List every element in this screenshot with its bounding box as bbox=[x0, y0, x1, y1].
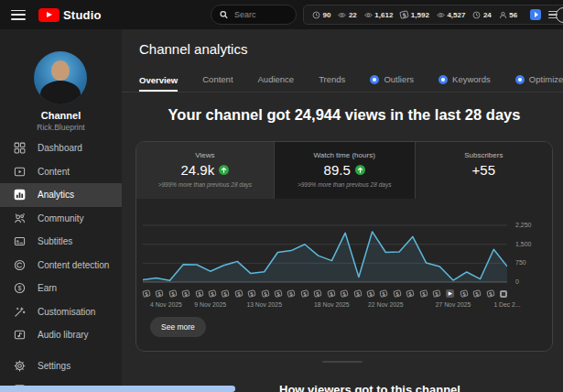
earn-icon: $ bbox=[14, 282, 26, 294]
sidebar-item-community[interactable]: Community bbox=[0, 207, 122, 231]
day-marker-dollar-icon[interactable]: $ bbox=[472, 289, 481, 298]
sidebar-item-content[interactable]: Content bbox=[0, 160, 122, 184]
studio-wordmark: Studio bbox=[63, 8, 102, 22]
topbar-stat-4[interactable]: 4,527 bbox=[437, 11, 466, 19]
day-marker-dollar-icon[interactable]: $ bbox=[380, 289, 388, 298]
trend-up-icon bbox=[355, 165, 365, 175]
metric-card-views[interactable]: Views24.9k>999% more than previous 28 da… bbox=[136, 142, 275, 199]
day-marker-dollar-icon[interactable]: $ bbox=[340, 289, 348, 298]
tab-label: Overview bbox=[139, 75, 178, 85]
page-title: Channel analytics bbox=[139, 41, 247, 57]
sidebar-item-label: Audio library bbox=[38, 330, 89, 340]
sidebar-item-settings[interactable]: Settings bbox=[0, 354, 122, 378]
day-marker-dollar-icon[interactable]: $ bbox=[287, 289, 296, 298]
metric-label: Subscribers bbox=[416, 151, 552, 159]
dollar-icon: $ bbox=[400, 11, 408, 19]
topbar-stat-0[interactable]: 90 bbox=[312, 11, 330, 19]
section-divider bbox=[322, 361, 363, 363]
day-marker-dollar-icon[interactable]: $ bbox=[327, 289, 335, 298]
sidebar-item-content-detection[interactable]: Content detection bbox=[0, 254, 122, 278]
day-marker-dollar-icon[interactable]: $ bbox=[234, 289, 243, 298]
tab-overview[interactable]: Overview bbox=[139, 75, 178, 93]
day-marker-dollar-icon[interactable]: $ bbox=[156, 289, 164, 298]
topbar-stat-3[interactable]: $1,592 bbox=[400, 11, 429, 19]
topbar-stat-value: 1,592 bbox=[411, 11, 429, 19]
topbar-stat-value: 4,527 bbox=[447, 11, 465, 19]
day-marker-dollar-icon[interactable]: $ bbox=[419, 289, 428, 298]
community-icon bbox=[14, 212, 26, 224]
x-axis-label: 27 Nov 2025 bbox=[436, 301, 471, 308]
sidebar-item-customisation[interactable]: Customisation bbox=[0, 300, 122, 324]
day-marker-dollar-icon[interactable]: $ bbox=[195, 289, 203, 298]
search-icon bbox=[220, 10, 228, 19]
day-marker-dollar-icon[interactable]: $ bbox=[274, 289, 282, 298]
topbar-stat-6[interactable]: 56 bbox=[499, 11, 517, 19]
sidebar-item-label: Earn bbox=[38, 283, 57, 293]
metric-card-subscribers[interactable]: Subscribers+55 bbox=[416, 142, 552, 199]
horizontal-scrollbar-thumb[interactable] bbox=[0, 386, 235, 392]
sidebar-item-analytics[interactable]: Analytics bbox=[0, 183, 122, 207]
topbar-stat-value: 22 bbox=[349, 11, 357, 19]
topbar-stat-value: 56 bbox=[509, 11, 517, 19]
eye-icon bbox=[338, 11, 346, 19]
tab-label: Keywords bbox=[452, 74, 491, 84]
topbar-stat-5[interactable]: 24 bbox=[472, 11, 491, 19]
youtube-studio-logo[interactable]: Studio bbox=[38, 8, 102, 22]
menu-icon[interactable] bbox=[11, 10, 26, 20]
topbar-stat-value: 24 bbox=[483, 11, 492, 19]
day-marker-square-icon[interactable] bbox=[500, 290, 507, 298]
day-marker-dollar-icon[interactable]: $ bbox=[248, 289, 256, 298]
day-marker-dollar-icon[interactable]: $ bbox=[366, 289, 374, 298]
day-marker-dollar-icon[interactable]: $ bbox=[460, 289, 468, 298]
eye-icon bbox=[437, 11, 445, 19]
topbar-stat-2[interactable]: 1,612 bbox=[364, 11, 394, 19]
sidebar-item-earn[interactable]: $Earn bbox=[0, 277, 122, 300]
day-marker-dollar-icon[interactable]: $ bbox=[406, 289, 414, 298]
extension-tab-icon bbox=[438, 75, 448, 84]
person-icon bbox=[499, 11, 507, 19]
sidebar-item-dashboard[interactable]: Dashboard bbox=[0, 136, 122, 160]
day-marker-dollar-icon[interactable]: $ bbox=[222, 289, 230, 298]
extension-logo-icon[interactable] bbox=[530, 9, 541, 20]
day-marker-dollar-icon[interactable]: $ bbox=[314, 289, 322, 298]
day-marker-dollar-icon[interactable]: $ bbox=[168, 289, 177, 298]
day-marker-dollar-icon[interactable]: $ bbox=[393, 289, 401, 298]
day-marker-dollar-icon[interactable]: $ bbox=[432, 289, 440, 298]
search-box[interactable] bbox=[211, 5, 297, 25]
tab-keywords[interactable]: Keywords bbox=[438, 74, 491, 92]
sidebar-item-subtitles[interactable]: Subtitles bbox=[0, 230, 122, 254]
day-marker-dollar-icon[interactable]: $ bbox=[300, 289, 309, 298]
day-marker-dollar-icon[interactable]: $ bbox=[353, 289, 362, 298]
day-marker-dollar-icon[interactable]: $ bbox=[181, 289, 189, 298]
video-published-marker-icon[interactable]: ▶ bbox=[446, 289, 454, 298]
trend-up-icon bbox=[219, 165, 229, 175]
y-axis-label: 750 bbox=[515, 259, 526, 266]
topbar-stat-value: 90 bbox=[323, 11, 331, 19]
sidebar-item-audio-library[interactable]: Audio library bbox=[0, 323, 122, 347]
tab-content[interactable]: Content bbox=[202, 74, 233, 92]
day-marker-dollar-icon[interactable]: $ bbox=[208, 289, 216, 298]
search-input[interactable] bbox=[234, 10, 287, 19]
tab-audience[interactable]: Audience bbox=[258, 74, 295, 92]
views-headline: Your channel got 24,944 views in the las… bbox=[135, 106, 553, 124]
sidebar-menu: DashboardContentAnalyticsCommunitySubtit… bbox=[0, 136, 122, 347]
analytics-card: Views24.9k>999% more than previous 28 da… bbox=[135, 141, 553, 352]
channel-name: Channel bbox=[0, 110, 122, 121]
tab-outliers[interactable]: Outliers bbox=[370, 74, 414, 92]
tab-trends[interactable]: Trends bbox=[319, 74, 345, 92]
main-content: Channel analytics OverviewContentAudienc… bbox=[122, 29, 563, 392]
see-more-button[interactable]: See more bbox=[150, 317, 206, 337]
day-marker-dollar-icon[interactable]: $ bbox=[486, 289, 494, 298]
chart-plot[interactable] bbox=[143, 211, 507, 288]
metric-cards: Views24.9k>999% more than previous 28 da… bbox=[136, 142, 552, 199]
channel-avatar[interactable] bbox=[34, 51, 87, 104]
day-marker-dollar-icon[interactable]: $ bbox=[261, 289, 269, 298]
metric-label: Watch time (hours) bbox=[275, 151, 415, 159]
day-marker-dollar-icon[interactable]: $ bbox=[142, 289, 150, 298]
settings-icon bbox=[14, 360, 26, 372]
metric-card-watch-time-hours[interactable]: Watch time (hours)89.5>999% more than pr… bbox=[275, 142, 416, 199]
topbar-stat-1[interactable]: 22 bbox=[338, 11, 356, 19]
tab-label: Content bbox=[202, 74, 233, 84]
clock-icon bbox=[312, 11, 320, 19]
tab-optimize[interactable]: Optimize bbox=[515, 74, 563, 92]
